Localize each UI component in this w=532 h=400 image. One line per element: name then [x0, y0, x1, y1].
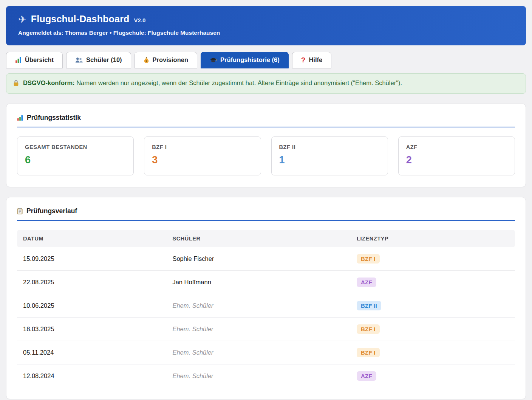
table-row: 22.08.2025 Jan Hoffmann AZF — [17, 271, 515, 294]
stat-card-azf: AZF 2 — [398, 136, 515, 175]
stat-label: BZF II — [279, 144, 380, 150]
history-card: Prüfungsverlauf DATUM SCHÜLER LIZENZTYP … — [6, 197, 526, 399]
column-header-datum: DATUM — [17, 230, 166, 247]
license-badge: AZF — [357, 371, 376, 381]
tab-label: Schüler (10) — [86, 56, 122, 64]
license-badge: AZF — [357, 278, 376, 287]
exam-history-table: DATUM SCHÜLER LIZENZTYP 15.09.2025 Sophi… — [17, 230, 515, 388]
svg-text:$: $ — [145, 59, 147, 62]
table-row: 05.11.2024 Ehem. Schüler BZF I — [17, 341, 515, 364]
tab-schueler[interactable]: Schüler (10) — [66, 52, 131, 68]
airplane-icon: ✈ — [18, 14, 26, 25]
stats-card-header: Prüfungsstatistik — [17, 114, 515, 127]
stat-label: AZF — [406, 144, 507, 150]
license-badge: BZF II — [357, 301, 381, 310]
app-title: Flugschul-Dashboard — [31, 14, 130, 25]
page: ✈ Flugschul-Dashboard V2.0 Angemeldet al… — [6, 6, 526, 399]
column-header-lizenztyp: LIZENZTYP — [351, 230, 515, 247]
history-card-header: Prüfungsverlauf — [17, 207, 515, 221]
date-cell: 12.08.2024 — [17, 364, 166, 388]
table-row: 18.03.2025 Ehem. Schüler BZF I — [17, 318, 515, 341]
student-cell: Ehem. Schüler — [166, 341, 351, 364]
student-cell: Ehem. Schüler — [166, 294, 351, 318]
history-title: Prüfungsverlauf — [26, 207, 77, 215]
table-row: 12.08.2024 Ehem. Schüler AZF — [17, 364, 515, 388]
tab-label: Prüfungshistorie (6) — [220, 56, 280, 64]
stat-card-gesamt: GESAMT BESTANDEN 6 — [17, 136, 134, 175]
date-cell: 15.09.2025 — [17, 247, 166, 271]
app-header: ✈ Flugschul-Dashboard V2.0 Angemeldet al… — [6, 6, 526, 45]
student-cell: Ehem. Schüler — [166, 318, 351, 341]
stat-card-bzf2: BZF II 1 — [271, 136, 388, 175]
people-icon — [75, 57, 83, 63]
student-name: Ehem. Schüler — [172, 326, 213, 332]
question-mark-icon: ? — [301, 56, 306, 64]
student-name: Ehem. Schüler — [172, 349, 213, 356]
student-name: Ehem. Schüler — [172, 372, 213, 379]
tab-bar: Übersicht Schüler (10) $ Provisionen Prü… — [6, 52, 526, 68]
version-label: V2.0 — [134, 17, 146, 23]
date-cell: 10.06.2025 — [17, 294, 166, 318]
stats-card: Prüfungsstatistik GESAMT BESTANDEN 6 BZF… — [6, 104, 526, 187]
license-cell: BZF I — [351, 341, 515, 364]
student-cell: Sophie Fischer — [166, 247, 351, 271]
license-cell: AZF — [351, 271, 515, 294]
tab-uebersicht[interactable]: Übersicht — [6, 52, 63, 68]
privacy-text: DSGVO-konform: Namen werden nur angezeig… — [23, 79, 402, 87]
stat-card-bzf1: BZF I 3 — [144, 136, 261, 175]
bar-chart-icon — [15, 57, 22, 63]
lock-icon — [13, 79, 19, 88]
license-cell: BZF I — [351, 318, 515, 341]
student-cell: Jan Hoffmann — [166, 271, 351, 294]
date-cell: 05.11.2024 — [17, 341, 166, 364]
date-cell: 18.03.2025 — [17, 318, 166, 341]
privacy-bold-label: DSGVO-konform: — [23, 79, 75, 86]
tab-pruefungshistorie[interactable]: Prüfungshistorie (6) — [201, 52, 289, 68]
license-badge: BZF I — [357, 324, 380, 334]
license-cell: BZF I — [351, 247, 515, 271]
stat-value: 3 — [152, 154, 253, 166]
stat-label: GESAMT BESTANDEN — [25, 144, 126, 150]
date-cell: 22.08.2025 — [17, 271, 166, 294]
login-info: Angemeldet als: Thomas Berger • Flugschu… — [18, 29, 514, 36]
privacy-message: Namen werden nur angezeigt, wenn der Sch… — [76, 79, 402, 86]
student-name: Jan Hoffmann — [172, 279, 211, 285]
column-header-schueler: SCHÜLER — [166, 230, 351, 247]
stat-value: 1 — [279, 154, 380, 166]
tab-label: Hilfe — [309, 56, 322, 64]
stat-value: 2 — [406, 154, 507, 166]
tab-provisionen[interactable]: $ Provisionen — [135, 52, 197, 68]
student-cell: Ehem. Schüler — [166, 364, 351, 388]
money-bag-icon: $ — [144, 57, 149, 63]
table-header: DATUM SCHÜLER LIZENZTYP — [17, 230, 515, 247]
license-badge: BZF I — [357, 348, 380, 357]
clipboard-icon — [17, 208, 23, 214]
license-cell: BZF II — [351, 294, 515, 318]
graduation-cap-icon — [210, 57, 217, 63]
student-name: Sophie Fischer — [172, 255, 214, 262]
stat-value: 6 — [25, 154, 126, 166]
bar-chart-icon — [17, 115, 23, 121]
stats-grid: GESAMT BESTANDEN 6 BZF I 3 BZF II 1 AZF … — [17, 136, 515, 175]
stat-label: BZF I — [152, 144, 253, 150]
table-row: 10.06.2025 Ehem. Schüler BZF II — [17, 294, 515, 318]
table-row: 15.09.2025 Sophie Fischer BZF I — [17, 247, 515, 271]
stats-title: Prüfungsstatistik — [27, 114, 81, 122]
table-body: 15.09.2025 Sophie Fischer BZF I 22.08.20… — [17, 247, 515, 388]
tab-hilfe[interactable]: ? Hilfe — [292, 52, 331, 68]
tab-label: Übersicht — [25, 56, 54, 64]
title-row: ✈ Flugschul-Dashboard V2.0 — [18, 14, 514, 25]
privacy-banner: DSGVO-konform: Namen werden nur angezeig… — [6, 73, 526, 94]
tab-label: Provisionen — [153, 56, 188, 64]
license-cell: AZF — [351, 364, 515, 388]
student-name: Ehem. Schüler — [172, 302, 213, 309]
license-badge: BZF I — [357, 254, 380, 264]
